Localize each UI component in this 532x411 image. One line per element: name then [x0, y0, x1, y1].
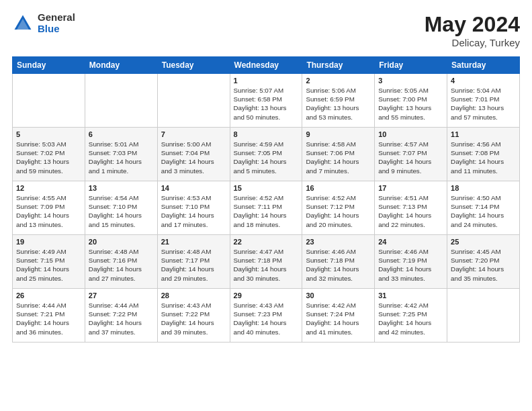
- day-cell: 9Sunrise: 4:58 AM Sunset: 7:06 PM Daylig…: [302, 128, 375, 181]
- day-detail: Sunrise: 4:43 AM Sunset: 7:23 PM Dayligh…: [234, 301, 299, 336]
- day-cell: 19Sunrise: 4:49 AM Sunset: 7:15 PM Dayli…: [13, 235, 85, 289]
- day-number: 30: [306, 291, 371, 300]
- day-detail: Sunrise: 4:58 AM Sunset: 7:06 PM Dayligh…: [306, 140, 371, 175]
- day-number: 1: [234, 77, 299, 85]
- day-cell: 10Sunrise: 4:57 AM Sunset: 7:07 PM Dayli…: [375, 128, 447, 181]
- day-detail: Sunrise: 4:57 AM Sunset: 7:07 PM Dayligh…: [378, 140, 443, 175]
- col-header-thursday: Thursday: [302, 57, 375, 74]
- day-detail: Sunrise: 4:59 AM Sunset: 7:05 PM Dayligh…: [234, 140, 299, 175]
- day-detail: Sunrise: 4:52 AM Sunset: 7:12 PM Dayligh…: [306, 193, 371, 229]
- day-cell: [157, 74, 230, 128]
- day-detail: Sunrise: 4:56 AM Sunset: 7:08 PM Dayligh…: [451, 140, 516, 175]
- col-header-wednesday: Wednesday: [230, 57, 302, 74]
- day-cell: 4Sunrise: 5:04 AM Sunset: 7:01 PM Daylig…: [447, 74, 520, 128]
- day-detail: Sunrise: 4:53 AM Sunset: 7:10 PM Dayligh…: [161, 193, 226, 229]
- day-number: 17: [378, 184, 443, 192]
- day-number: 2: [306, 77, 371, 85]
- logo-icon: [12, 13, 34, 34]
- week-row-2: 5Sunrise: 5:03 AM Sunset: 7:02 PM Daylig…: [13, 128, 520, 181]
- day-number: 25: [451, 238, 516, 246]
- day-number: 4: [451, 77, 516, 85]
- day-cell: [13, 74, 85, 128]
- day-number: 9: [306, 130, 371, 138]
- day-detail: Sunrise: 4:52 AM Sunset: 7:11 PM Dayligh…: [234, 193, 299, 229]
- day-number: 13: [89, 184, 154, 192]
- day-cell: 20Sunrise: 4:48 AM Sunset: 7:16 PM Dayli…: [85, 235, 157, 289]
- day-detail: Sunrise: 4:48 AM Sunset: 7:16 PM Dayligh…: [89, 247, 154, 283]
- day-number: 31: [378, 291, 443, 300]
- day-number: 26: [16, 291, 81, 300]
- day-detail: Sunrise: 4:50 AM Sunset: 7:14 PM Dayligh…: [451, 193, 516, 229]
- col-header-tuesday: Tuesday: [157, 57, 230, 74]
- day-detail: Sunrise: 4:48 AM Sunset: 7:17 PM Dayligh…: [161, 247, 226, 283]
- day-detail: Sunrise: 4:54 AM Sunset: 7:10 PM Dayligh…: [89, 193, 154, 229]
- day-cell: 15Sunrise: 4:52 AM Sunset: 7:11 PM Dayli…: [230, 181, 302, 235]
- day-detail: Sunrise: 4:51 AM Sunset: 7:13 PM Dayligh…: [378, 193, 443, 229]
- day-cell: 11Sunrise: 4:56 AM Sunset: 7:08 PM Dayli…: [447, 128, 520, 181]
- day-detail: Sunrise: 5:01 AM Sunset: 7:03 PM Dayligh…: [89, 140, 154, 175]
- day-number: 3: [378, 77, 443, 85]
- col-header-sunday: Sunday: [13, 57, 85, 74]
- day-number: 5: [16, 130, 81, 138]
- logo: General Blue: [12, 12, 75, 34]
- col-header-saturday: Saturday: [447, 57, 520, 74]
- day-number: 28: [161, 291, 226, 300]
- day-number: 6: [89, 130, 154, 138]
- day-number: 15: [234, 184, 299, 192]
- day-cell: [447, 289, 520, 342]
- day-detail: Sunrise: 4:46 AM Sunset: 7:19 PM Dayligh…: [378, 247, 443, 283]
- day-cell: 5Sunrise: 5:03 AM Sunset: 7:02 PM Daylig…: [13, 128, 85, 181]
- day-number: 7: [161, 130, 226, 138]
- day-detail: Sunrise: 4:46 AM Sunset: 7:18 PM Dayligh…: [306, 247, 371, 283]
- day-detail: Sunrise: 4:45 AM Sunset: 7:20 PM Dayligh…: [451, 247, 516, 283]
- day-cell: 1Sunrise: 5:07 AM Sunset: 6:58 PM Daylig…: [230, 74, 302, 128]
- week-row-3: 12Sunrise: 4:55 AM Sunset: 7:09 PM Dayli…: [13, 181, 520, 235]
- day-cell: 21Sunrise: 4:48 AM Sunset: 7:17 PM Dayli…: [157, 235, 230, 289]
- day-number: 19: [16, 238, 81, 246]
- week-row-5: 26Sunrise: 4:44 AM Sunset: 7:21 PM Dayli…: [13, 289, 520, 342]
- day-cell: [85, 74, 157, 128]
- day-number: 11: [451, 130, 516, 138]
- day-number: 21: [161, 238, 226, 246]
- day-detail: Sunrise: 5:07 AM Sunset: 6:58 PM Dayligh…: [234, 86, 299, 122]
- logo-blue-text: Blue: [38, 24, 75, 35]
- day-cell: 18Sunrise: 4:50 AM Sunset: 7:14 PM Dayli…: [447, 181, 520, 235]
- day-detail: Sunrise: 4:49 AM Sunset: 7:15 PM Dayligh…: [16, 247, 81, 283]
- header-row: SundayMondayTuesdayWednesdayThursdayFrid…: [13, 57, 520, 74]
- day-number: 14: [161, 184, 226, 192]
- day-cell: 13Sunrise: 4:54 AM Sunset: 7:10 PM Dayli…: [85, 181, 157, 235]
- day-number: 18: [451, 184, 516, 192]
- day-number: 29: [234, 291, 299, 300]
- week-row-4: 19Sunrise: 4:49 AM Sunset: 7:15 PM Dayli…: [13, 235, 520, 289]
- day-number: 22: [234, 238, 299, 246]
- day-number: 20: [89, 238, 154, 246]
- day-detail: Sunrise: 4:44 AM Sunset: 7:22 PM Dayligh…: [89, 301, 154, 336]
- day-cell: 29Sunrise: 4:43 AM Sunset: 7:23 PM Dayli…: [230, 289, 302, 342]
- day-cell: 27Sunrise: 4:44 AM Sunset: 7:22 PM Dayli…: [85, 289, 157, 342]
- title-location: Delicay, Turkey: [425, 37, 520, 48]
- day-detail: Sunrise: 4:42 AM Sunset: 7:25 PM Dayligh…: [378, 301, 443, 336]
- day-detail: Sunrise: 4:47 AM Sunset: 7:18 PM Dayligh…: [234, 247, 299, 283]
- col-header-monday: Monday: [85, 57, 157, 74]
- day-cell: 16Sunrise: 4:52 AM Sunset: 7:12 PM Dayli…: [302, 181, 375, 235]
- day-cell: 25Sunrise: 4:45 AM Sunset: 7:20 PM Dayli…: [447, 235, 520, 289]
- day-cell: 6Sunrise: 5:01 AM Sunset: 7:03 PM Daylig…: [85, 128, 157, 181]
- day-detail: Sunrise: 5:05 AM Sunset: 7:00 PM Dayligh…: [378, 86, 443, 122]
- day-cell: 2Sunrise: 5:06 AM Sunset: 6:59 PM Daylig…: [302, 74, 375, 128]
- day-number: 10: [378, 130, 443, 138]
- header: General Blue May 2024 Delicay, Turkey: [12, 12, 520, 48]
- logo-text: General Blue: [38, 12, 75, 34]
- title-block: May 2024 Delicay, Turkey: [425, 12, 520, 48]
- day-cell: 28Sunrise: 4:43 AM Sunset: 7:22 PM Dayli…: [157, 289, 230, 342]
- day-detail: Sunrise: 5:00 AM Sunset: 7:04 PM Dayligh…: [161, 140, 226, 175]
- day-detail: Sunrise: 4:55 AM Sunset: 7:09 PM Dayligh…: [16, 193, 81, 229]
- day-cell: 12Sunrise: 4:55 AM Sunset: 7:09 PM Dayli…: [13, 181, 85, 235]
- page: General Blue May 2024 Delicay, Turkey Su…: [0, 0, 532, 411]
- day-cell: 30Sunrise: 4:42 AM Sunset: 7:24 PM Dayli…: [302, 289, 375, 342]
- day-number: 16: [306, 184, 371, 192]
- day-number: 23: [306, 238, 371, 246]
- day-detail: Sunrise: 5:04 AM Sunset: 7:01 PM Dayligh…: [451, 86, 516, 122]
- title-month: May 2024: [425, 12, 520, 37]
- day-cell: 3Sunrise: 5:05 AM Sunset: 7:00 PM Daylig…: [375, 74, 447, 128]
- day-cell: 23Sunrise: 4:46 AM Sunset: 7:18 PM Dayli…: [302, 235, 375, 289]
